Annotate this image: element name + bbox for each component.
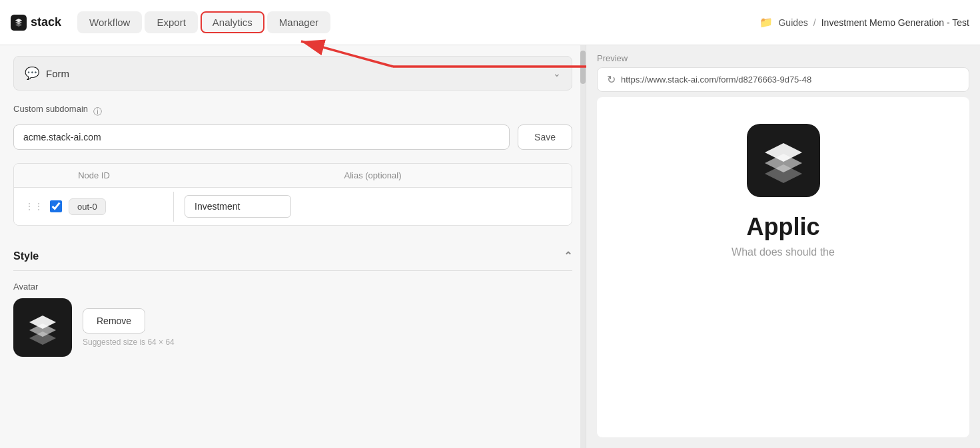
table-header-row: Node ID Alias (optional): [14, 164, 572, 188]
avatar-label: Avatar: [13, 282, 572, 292]
save-button[interactable]: Save: [518, 124, 572, 150]
node-table: Node ID Alias (optional) ⋮⋮ out-0: [13, 163, 572, 226]
table-row: ⋮⋮ out-0: [14, 188, 572, 225]
style-section: Style ⌃ Avatar Remove Suggested size: [13, 244, 572, 357]
info-icon[interactable]: ⓘ: [93, 106, 102, 118]
subdomain-row: Save: [13, 124, 572, 150]
form-header-left: 💬 Form: [25, 66, 69, 81]
breadcrumb-title: Investment Memo Generation - Test: [821, 17, 969, 28]
avatar-controls: Remove Suggested size is 64 × 64: [83, 308, 175, 347]
left-panel-scroll: 💬 Form ⌄ Custom subdomain ⓘ Save Node ID…: [0, 45, 586, 448]
refresh-icon[interactable]: ↻: [607, 73, 616, 86]
right-panel: Preview ↻ https://www.stack-ai.com/form/…: [586, 45, 980, 448]
tab-analytics[interactable]: Analytics: [201, 11, 264, 33]
subdomain-label: Custom subdomain: [13, 104, 88, 114]
form-icon: 💬: [25, 66, 39, 81]
avatar-stack-icon: [23, 308, 63, 347]
node-id-badge: out-0: [69, 198, 106, 215]
logo-text: stack: [31, 15, 61, 29]
left-panel: 💬 Form ⌄ Custom subdomain ⓘ Save Node ID…: [0, 45, 586, 448]
preview-url-bar: ↻ https://www.stack-ai.com/form/d8276663…: [597, 67, 969, 92]
breadcrumb: 📁 Guides / Investment Memo Generation - …: [759, 16, 969, 29]
style-label: Style: [13, 250, 39, 262]
row-checkbox[interactable]: [50, 200, 62, 212]
preview-content: Applic What does should the: [597, 97, 969, 437]
main-content: 💬 Form ⌄ Custom subdomain ⓘ Save Node ID…: [0, 45, 980, 448]
drag-handle-icon[interactable]: ⋮⋮: [25, 201, 43, 212]
alias-input[interactable]: [185, 195, 291, 218]
col-header-node-id: Node ID: [14, 164, 174, 187]
table-cell-left: ⋮⋮ out-0: [14, 192, 174, 222]
avatar-row: Remove Suggested size is 64 × 64: [13, 298, 572, 357]
logo-area: stack: [11, 15, 61, 31]
tab-workflow[interactable]: Workflow: [77, 11, 142, 33]
folder-icon: 📁: [759, 16, 773, 29]
style-section-header: Style ⌃: [13, 244, 572, 271]
preview-label: Preview: [586, 45, 980, 67]
preview-app-title: Applic: [746, 213, 819, 241]
subdomain-label-row: Custom subdomain ⓘ: [13, 104, 572, 119]
preview-app-subtitle: What does should the: [705, 246, 861, 258]
avatar-image: [13, 298, 72, 357]
form-label: Form: [46, 68, 69, 79]
scrollbar-track[interactable]: [580, 45, 586, 448]
col-header-alias: Alias (optional): [174, 164, 572, 187]
avatar-size-hint: Suggested size is 64 × 64: [83, 337, 175, 347]
table-cell-right: [174, 188, 572, 224]
top-nav: stack Workflow Export Analytics Manager …: [0, 0, 980, 45]
tab-manager[interactable]: Manager: [267, 11, 330, 33]
breadcrumb-separator: /: [813, 17, 816, 28]
chevron-up-icon[interactable]: ⌃: [564, 250, 572, 262]
scrollbar-thumb[interactable]: [580, 51, 586, 84]
form-header[interactable]: 💬 Form ⌄: [13, 56, 572, 91]
remove-button[interactable]: Remove: [83, 308, 145, 334]
stack-logo-icon: [11, 15, 27, 31]
preview-stack-icon: [757, 134, 810, 187]
form-chevron-icon[interactable]: ⌄: [553, 68, 561, 79]
preview-app-icon: [747, 124, 820, 197]
preview-url: https://www.stack-ai.com/form/d8276663-9…: [621, 75, 811, 85]
subdomain-input[interactable]: [13, 124, 510, 150]
nav-tabs: Workflow Export Analytics Manager: [77, 11, 330, 33]
breadcrumb-guides: Guides: [778, 17, 807, 28]
tab-export[interactable]: Export: [145, 11, 197, 33]
